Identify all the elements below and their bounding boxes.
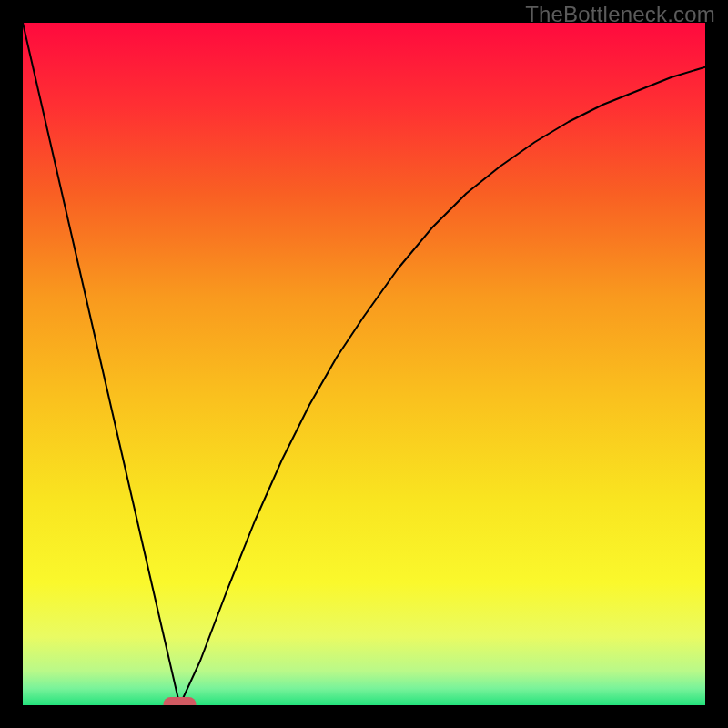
watermark-text: TheBottleneck.com — [525, 2, 715, 27]
gradient-background — [23, 23, 705, 705]
chart-root: TheBottleneck.com — [0, 0, 728, 728]
plot-area — [23, 23, 705, 705]
min-marker — [164, 697, 197, 705]
